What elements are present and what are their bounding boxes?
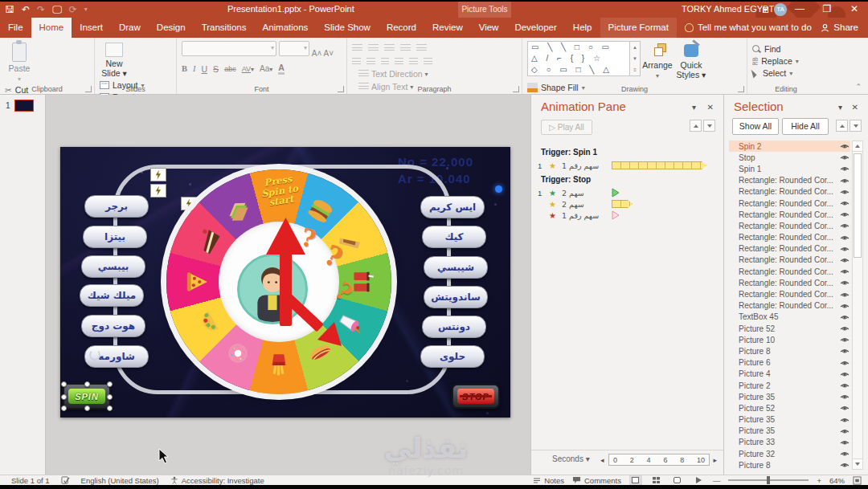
animation-pane-menu-icon[interactable]: ▾ [692,103,696,112]
zoom-slider-thumb[interactable] [767,476,770,484]
restore-button[interactable]: ❐ [813,2,841,18]
selection-list-item[interactable]: Picture 52 [729,402,850,414]
visibility-eye-icon[interactable] [839,358,850,368]
zoom-in-button[interactable]: + [817,476,821,485]
animation-item[interactable]: ★ سهم 2 [538,198,718,210]
close-button[interactable]: ✕ [841,2,868,18]
find-button[interactable]: Find [752,44,799,54]
clipboard-dialog-launcher[interactable] [85,86,92,92]
new-slide-button[interactable]: New Slide ▾ [100,41,129,78]
animation-item[interactable]: 1 ★ سهم رقم 1 [538,160,718,171]
visibility-eye-icon[interactable] [839,290,850,300]
ribbon-tab[interactable]: Picture Format [600,18,677,38]
slideshow-view-button[interactable] [692,475,705,485]
customize-qat-icon[interactable]: ▾ [84,3,88,16]
slide-thumbnail[interactable] [14,100,34,112]
animation-item[interactable]: ★ سهم رقم 1 [538,210,718,221]
timeline-right-arrow[interactable]: ▸ [713,456,717,464]
normal-view-button[interactable] [629,475,642,485]
add-table-button[interactable] [424,58,432,67]
visibility-eye-icon[interactable] [839,255,850,265]
answer-button-sandwich[interactable]: ساندويتش [424,286,488,308]
ribbon-display-options-icon[interactable]: ⊞ [762,5,769,15]
visibility-eye-icon[interactable] [839,324,850,333]
font-size-combo[interactable] [279,41,309,56]
visibility-eye-icon[interactable] [839,141,850,151]
selection-list-item[interactable]: Spin 2 [729,141,850,152]
timeline-ruler[interactable]: 0246810 [608,454,710,466]
visibility-eye-icon[interactable] [839,198,850,208]
spinning-wheel[interactable]: Press Spin to start [166,169,391,394]
share-button[interactable]: Share [821,18,858,38]
ribbon-tab[interactable]: File [0,18,31,38]
font-dialog-launcher[interactable] [338,86,344,92]
columns-button[interactable] [409,58,418,67]
selection-list-item[interactable]: Rectangle: Rounded Cor... [729,186,850,198]
selection-handle[interactable] [61,394,67,400]
visibility-eye-icon[interactable] [839,403,850,413]
ribbon-tab[interactable]: Help [565,18,600,38]
quick-styles-button[interactable]: Quick Styles ▾ [674,41,708,79]
visibility-eye-icon[interactable] [839,426,850,436]
shapes-gallery[interactable]: ▭ ╲ ╲ □ ○ ▭ △ / ⌐ { } ☆ ◇ ○ ▭ □ ╲ △ [527,41,630,76]
visibility-eye-icon[interactable] [839,176,850,185]
selection-list-item[interactable]: Picture 6 [729,357,850,369]
scroll-down-button[interactable] [853,458,862,469]
font-color-button[interactable]: A [278,63,285,75]
fit-to-window-icon[interactable] [853,476,862,485]
scroll-up-button[interactable] [853,141,862,152]
change-case-button[interactable]: Aa▾ [260,64,272,73]
bring-forward-button[interactable] [836,120,848,132]
selection-handle[interactable] [84,405,90,411]
send-backward-button[interactable] [850,120,862,132]
visibility-eye-icon[interactable] [839,381,850,390]
arrange-button[interactable]: Arrange▾ [641,41,674,79]
ribbon-tab[interactable]: Slide Show [316,18,379,38]
slide-sorter-view-button[interactable] [650,475,663,485]
selection-list-item[interactable]: Picture 32 [729,448,850,459]
selection-list-item[interactable]: Picture 35 [729,414,850,426]
zoom-percentage[interactable]: 64% [829,476,845,485]
visibility-eye-icon[interactable] [839,233,850,242]
answer-button-pizza[interactable]: بيتزا [83,226,147,248]
minimize-button[interactable]: — [786,2,813,18]
visibility-eye-icon[interactable] [839,392,850,401]
underline-button[interactable]: U [202,64,208,74]
font-name-combo[interactable] [182,41,276,56]
selection-list-item[interactable]: Picture 33 [729,437,850,448]
selection-list-item[interactable]: Picture 10 [729,334,850,345]
strikethrough-button[interactable]: S [213,64,219,74]
visibility-eye-icon[interactable] [839,164,850,173]
align-right-button[interactable] [381,58,390,67]
visibility-eye-icon[interactable] [839,438,850,447]
shapes-gallery-scroll[interactable]: ▲▼≡ [630,41,641,76]
timeline-bar-long[interactable] [612,161,706,169]
move-later-button[interactable] [703,120,715,132]
zoom-slider[interactable] [728,479,809,481]
answer-button-milkshake[interactable]: ميلك شيك [80,284,144,307]
bullets-button[interactable] [352,44,362,53]
selection-list-item[interactable]: Picture 35 [729,426,850,437]
answer-button-donuts[interactable]: دونتس [422,316,486,338]
timeline-left-arrow[interactable]: ◂ [600,456,604,464]
save-icon[interactable]: 🖫 [5,3,14,16]
animation-pane-close-icon[interactable]: ✕ [707,103,714,112]
selection-list-item[interactable]: Rectangle: Rounded Cor... [729,266,850,277]
text-direction-button[interactable]: Text Direction▾ [358,69,452,79]
spellcheck-icon[interactable] [61,476,70,485]
stop-button[interactable]: STOP [452,384,500,409]
numbering-button[interactable] [368,44,379,53]
selection-handle[interactable] [107,381,113,387]
selection-list-item[interactable]: Picture 8 [729,459,850,470]
notes-button[interactable]: Notes [533,476,564,485]
move-earlier-button[interactable] [690,120,702,132]
spin-button[interactable]: SPIN [63,383,111,410]
zoom-out-button[interactable]: — [713,476,721,485]
selection-list-item[interactable]: Rectangle: Rounded Cor... [729,288,850,300]
visibility-eye-icon[interactable] [839,369,850,379]
selection-list-item[interactable]: Rectangle: Rounded Cor... [729,209,850,220]
ribbon-tab[interactable]: View [471,18,507,38]
selection-list-item[interactable]: Rectangle: Rounded Cor... [729,255,850,266]
selection-handle[interactable] [61,405,67,411]
accessibility-status[interactable]: Accessibility: Investigate [170,476,264,485]
